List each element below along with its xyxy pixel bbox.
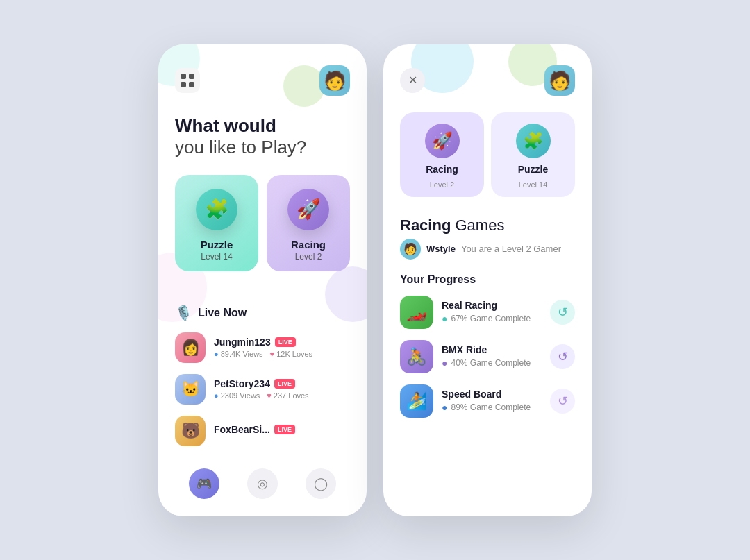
grid-dot (189, 82, 194, 87)
loves-icon: ♥ (270, 350, 275, 358)
puzzle-cat-icon: 🧩 (516, 124, 551, 158)
live-stats-2: ● 2309 Views ♥ 237 Loves (214, 391, 350, 400)
pct-dot-icon: ● (442, 402, 447, 413)
hero-line2: you like to Play? (175, 137, 350, 158)
views-stat: ● 2309 Views (214, 391, 260, 400)
list-item[interactable]: 🚴 BMX Ride ● 40% Game Complete ↺ (400, 340, 575, 373)
list-item[interactable]: 🐱 PetStory234 LIVE ● 2309 Views ♥ 237 (175, 374, 350, 405)
left-header: 🧑 (175, 65, 350, 96)
views-icon: ● (214, 391, 219, 400)
live-info-2: PetStory234 LIVE ● 2309 Views ♥ 237 Love… (214, 378, 350, 400)
puzzle-icon-circle: 🧩 (196, 189, 238, 230)
pct-dot-icon: ● (442, 313, 447, 324)
live-name-row: PetStory234 LIVE (214, 378, 350, 389)
puzzle-category[interactable]: 🧩 Puzzle Level 14 (491, 112, 575, 197)
puzzle-icon: 🧩 (523, 131, 544, 151)
views-icon: ● (214, 350, 219, 358)
list-item[interactable]: 🏄 Speed Board ● 89% Game Complete ↺ (400, 384, 575, 418)
speedboard-name: Speed Board (442, 389, 542, 400)
avatar[interactable]: 🧑 (544, 65, 575, 96)
speedboard-action[interactable]: ↺ (550, 389, 575, 414)
puzzle-card-name: Puzzle (201, 239, 233, 251)
gamer-sub: You are a Level 2 Gamer (461, 244, 561, 254)
bottom-nav: 🎮 ◎ ◯ (158, 457, 367, 513)
puzzle-cat-label: Puzzle (518, 164, 549, 175)
avatar-emoji: 🧑 (549, 71, 571, 90)
racing-cat-label: Racing (426, 164, 458, 175)
racing-icon-circle: 🚀 (288, 189, 329, 230)
live-icon: 🎙️ (175, 305, 192, 321)
grid-dot (181, 74, 186, 79)
left-phone: 🧑 What would you like to Play? 🧩 Puzzle (158, 44, 367, 516)
bmx-thumb: 🚴 (400, 340, 433, 373)
live-name-row: Jungmin123 LIVE (214, 337, 350, 348)
progress-heading: Your Progress (400, 273, 575, 286)
puzzle-game-card[interactable]: 🧩 Puzzle Level 14 (175, 175, 258, 271)
real-racing-name: Real Racing (442, 300, 542, 311)
grid-dot (181, 82, 186, 87)
puzzle-icon: 🧩 (205, 198, 229, 221)
live-avatar-1: 👩 (175, 332, 206, 363)
racing-category[interactable]: 🚀 Racing Level 2 (400, 112, 484, 197)
live-avatar-3: 🐻 (175, 416, 206, 446)
live-badge-1: LIVE (275, 337, 296, 347)
gamer-info: 🧑 Wstyle You are a Level 2 Gamer (400, 239, 575, 260)
game-nav-icon: 🎮 (197, 476, 212, 491)
live-avatar-2: 🐱 (175, 374, 206, 405)
loves-icon: ♥ (267, 391, 272, 400)
avatar[interactable]: 🧑 (319, 65, 350, 96)
real-racing-thumb: 🏎️ (400, 296, 433, 329)
bmx-pct: ● 40% Game Complete (442, 357, 542, 368)
nav-btn-settings[interactable]: ◯ (306, 468, 336, 499)
real-racing-info: Real Racing ● 67% Game Complete (442, 300, 542, 324)
settings-nav-icon: ◯ (314, 476, 328, 491)
live-info-1: Jungmin123 LIVE ● 89.4K Views ♥ 12K Love… (214, 337, 350, 358)
close-button[interactable]: ✕ (400, 68, 425, 93)
right-phone: ✕ 🧑 🚀 Racing Level 2 🧩 Puzzle (383, 44, 592, 516)
category-row: 🚀 Racing Level 2 🧩 Puzzle Level 14 (400, 112, 575, 197)
rocket-icon: 🚀 (432, 131, 453, 151)
live-stats-1: ● 89.4K Views ♥ 12K Loves (214, 350, 350, 358)
racing-card-level: Level 2 (295, 252, 322, 262)
loves-stat: ♥ 12K Loves (270, 350, 313, 358)
racing-cat-level: Level 2 (430, 180, 454, 189)
bmx-info: BMX Ride ● 40% Game Complete (442, 344, 542, 368)
hero-title: What would you like to Play? (175, 115, 350, 158)
racing-icon: 🚀 (297, 198, 321, 221)
live-username-2: PetStory234 (214, 378, 270, 389)
bmx-name: BMX Ride (442, 344, 542, 355)
hero-line1: What would (175, 115, 350, 137)
loves-stat: ♥ 237 Loves (267, 391, 308, 400)
live-badge-3: LIVE (274, 425, 295, 434)
racing-game-card[interactable]: 🚀 Racing Level 2 (267, 175, 350, 271)
speedboard-info: Speed Board ● 89% Game Complete (442, 389, 542, 413)
list-item[interactable]: 👩 Jungmin123 LIVE ● 89.4K Views ♥ 12K (175, 332, 350, 363)
live-username-3: FoxBearSi... (214, 424, 270, 435)
live-section: 🎙️ Live Now 👩 Jungmin123 LIVE ● 89.4K Vi… (158, 305, 367, 446)
real-racing-pct: ● 67% Game Complete (442, 313, 542, 324)
grid-dot (189, 74, 194, 79)
list-item[interactable]: 🏎️ Real Racing ● 67% Game Complete ↺ (400, 296, 575, 329)
avatar-emoji: 🧑 (324, 71, 346, 90)
racing-card-name: Racing (291, 239, 326, 251)
live-name-row: FoxBearSi... LIVE (214, 424, 350, 435)
target-nav-icon: ◎ (257, 476, 268, 491)
racing-cat-icon: 🚀 (425, 124, 460, 158)
puzzle-card-level: Level 14 (201, 252, 232, 262)
game-cards-row: 🧩 Puzzle Level 14 🚀 Racing Level 2 (175, 175, 350, 271)
live-title: 🎙️ Live Now (175, 305, 350, 321)
real-racing-action[interactable]: ↺ (550, 300, 575, 325)
nav-btn-game[interactable]: 🎮 (189, 468, 219, 499)
section-heading: Racing Games (400, 217, 575, 235)
menu-icon[interactable] (175, 68, 200, 93)
right-header: ✕ 🧑 (400, 65, 575, 96)
live-badge-2: LIVE (274, 379, 295, 389)
gamer-name: Wstyle (426, 244, 456, 254)
bmx-action[interactable]: ↺ (550, 344, 575, 369)
views-stat: ● 89.4K Views (214, 350, 263, 358)
puzzle-cat-level: Level 14 (519, 180, 548, 189)
pct-dot-icon: ● (442, 357, 447, 368)
nav-btn-target[interactable]: ◎ (247, 468, 278, 499)
live-info-3: FoxBearSi... LIVE (214, 424, 350, 437)
list-item[interactable]: 🐻 FoxBearSi... LIVE (175, 416, 350, 446)
